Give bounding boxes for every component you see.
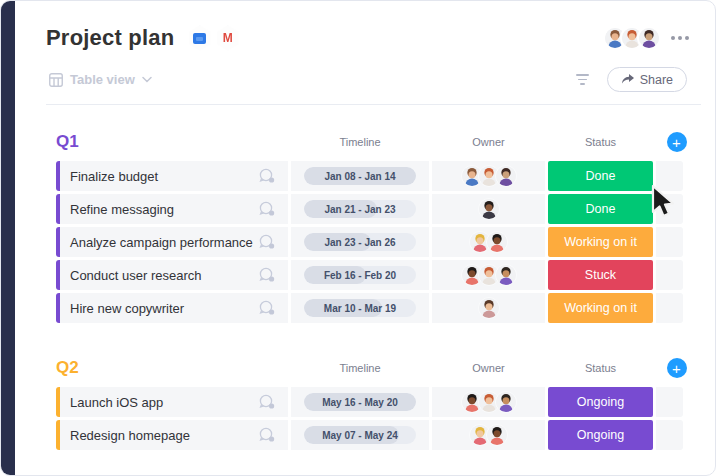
timeline-pill[interactable]: May 07 - May 24 (304, 426, 416, 444)
add-column-button[interactable]: + (667, 132, 687, 152)
task-name[interactable]: Analyze campaign performance (70, 235, 258, 250)
status-cell[interactable]: Ongoing (548, 387, 653, 417)
task-name[interactable]: Refine messaging (70, 202, 258, 217)
app-sidebar-strip[interactable] (1, 1, 15, 475)
column-header-owner[interactable]: Owner (432, 136, 545, 148)
task-name-cell[interactable]: Launch iOS app (60, 387, 288, 417)
share-button[interactable]: Share (607, 67, 687, 92)
group-title[interactable]: Q2 (56, 358, 288, 378)
column-header-status[interactable]: Status (548, 136, 653, 148)
add-column-button[interactable]: + (667, 358, 687, 378)
status-cell[interactable]: Ongoing (548, 420, 653, 450)
blue-box-icon (193, 33, 206, 44)
column-header-status[interactable]: Status (548, 362, 653, 374)
task-name[interactable]: Launch iOS app (70, 395, 258, 410)
status-cell[interactable]: Stuck (548, 260, 653, 290)
row-end-stub (656, 387, 683, 417)
conversation-icon[interactable] (258, 427, 276, 443)
table-row: Analyze campaign performance Jan 23 - Ja… (56, 227, 683, 257)
task-name-cell[interactable]: Conduct user research (60, 260, 288, 290)
conversation-icon[interactable] (258, 234, 276, 250)
task-name[interactable]: Conduct user research (70, 268, 258, 283)
group-q2-header: Q2 Timeline Owner Status + (56, 355, 683, 381)
view-label: Table view (70, 72, 135, 87)
table-row: Launch iOS app May 16 - May 20 Ongoing (56, 387, 683, 417)
table-row: Refine messaging Jan 21 - Jan 23 Done (56, 194, 683, 224)
owner-cell[interactable] (432, 420, 545, 450)
column-header-timeline[interactable]: Timeline (291, 136, 429, 148)
status-cell[interactable]: Done (548, 194, 653, 224)
timeline-dates: May 07 - May 24 (304, 426, 416, 444)
share-label: Share (640, 73, 673, 87)
timeline-cell[interactable]: Jan 08 - Jan 14 (291, 161, 429, 191)
row-end-stub (656, 161, 683, 191)
team-avatar-group[interactable] (603, 26, 661, 50)
header-divider (46, 104, 701, 105)
timeline-cell[interactable]: Feb 16 - Feb 20 (291, 260, 429, 290)
task-name-cell[interactable]: Analyze campaign performance (60, 227, 288, 257)
timeline-cell[interactable]: Jan 23 - Jan 26 (291, 227, 429, 257)
column-header-owner[interactable]: Owner (432, 362, 545, 374)
owner-cell[interactable] (432, 387, 545, 417)
person-avatar (495, 391, 517, 413)
timeline-dates: Feb 16 - Feb 20 (304, 266, 416, 284)
column-header-timeline[interactable]: Timeline (291, 362, 429, 374)
status-cell[interactable]: Working on it (548, 227, 653, 257)
task-name-cell[interactable]: Refine messaging (60, 194, 288, 224)
timeline-pill[interactable]: Feb 16 - Feb 20 (304, 266, 416, 284)
timeline-dates: Jan 23 - Jan 26 (304, 233, 416, 251)
gmail-integration-icon[interactable]: M (216, 26, 239, 51)
group-title[interactable]: Q1 (56, 132, 288, 152)
table-view-switcher[interactable]: Table view (49, 72, 152, 87)
conversation-icon[interactable] (258, 168, 276, 184)
chevron-down-icon (142, 76, 152, 83)
timeline-cell[interactable]: Jan 21 - Jan 23 (291, 194, 429, 224)
timeline-pill[interactable]: Jan 23 - Jan 26 (304, 233, 416, 251)
board-window: Project plan M Table view (0, 0, 716, 476)
more-options-icon[interactable] (671, 36, 689, 40)
person-avatar (495, 165, 517, 187)
table-row: Finalize budget Jan 08 - Jan 14 Done (56, 161, 683, 191)
table-row: Redesign homepage May 07 - May 24 Ongoin… (56, 420, 683, 450)
gmail-m-icon: M (223, 32, 233, 44)
timeline-pill[interactable]: Jan 08 - Jan 14 (304, 167, 416, 185)
person-avatar (486, 424, 508, 446)
timeline-cell[interactable]: May 16 - May 20 (291, 387, 429, 417)
conversation-icon[interactable] (258, 267, 276, 283)
status-cell[interactable]: Done (548, 161, 653, 191)
task-name-cell[interactable]: Redesign homepage (60, 420, 288, 450)
integration-badges: M (188, 26, 239, 51)
task-name[interactable]: Finalize budget (70, 169, 258, 184)
person-avatar (637, 26, 661, 50)
person-avatar (486, 231, 508, 253)
task-name[interactable]: Hire new copywriter (70, 301, 258, 316)
board-toolbar: Table view Share (1, 51, 715, 104)
person-avatar (495, 264, 517, 286)
timeline-pill[interactable]: Mar 10 - Mar 19 (304, 299, 416, 317)
timeline-cell[interactable]: May 07 - May 24 (291, 420, 429, 450)
owner-cell[interactable] (432, 194, 545, 224)
conversation-icon[interactable] (258, 300, 276, 316)
conversation-icon[interactable] (258, 394, 276, 410)
timeline-cell[interactable]: Mar 10 - Mar 19 (291, 293, 429, 323)
row-end-stub (656, 227, 683, 257)
task-name-cell[interactable]: Hire new copywriter (60, 293, 288, 323)
timeline-pill[interactable]: May 16 - May 20 (304, 393, 416, 411)
timeline-pill[interactable]: Jan 21 - Jan 23 (304, 200, 416, 218)
table-row: Hire new copywriter Mar 10 - Mar 19 Work… (56, 293, 683, 323)
board-header: Project plan M (1, 1, 715, 51)
group-q2: Q2 Timeline Owner Status + Launch iOS ap… (56, 355, 683, 450)
status-cell[interactable]: Working on it (548, 293, 653, 323)
task-name[interactable]: Redesign homepage (70, 428, 258, 443)
conversation-icon[interactable] (258, 201, 276, 217)
owner-cell[interactable] (432, 293, 545, 323)
owner-cell[interactable] (432, 227, 545, 257)
board-integration-icon[interactable] (188, 26, 211, 51)
page-title: Project plan (46, 25, 174, 51)
filter-icon[interactable] (576, 74, 589, 85)
task-name-cell[interactable]: Finalize budget (60, 161, 288, 191)
owner-cell[interactable] (432, 161, 545, 191)
owner-cell[interactable] (432, 260, 545, 290)
person-avatar (478, 297, 500, 319)
table-grid-icon (49, 73, 63, 87)
